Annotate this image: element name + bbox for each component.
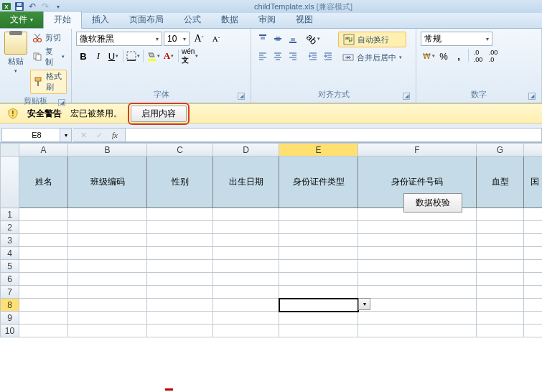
col-header-E[interactable]: E (279, 144, 358, 157)
cell[interactable] (477, 208, 524, 221)
cell[interactable] (477, 325, 524, 337)
cell[interactable] (19, 299, 68, 312)
tab-page-layout[interactable]: 页面布局 (119, 11, 174, 28)
data-header-cell[interactable]: 身份证件类型 (279, 157, 358, 208)
col-header-B[interactable]: B (68, 144, 147, 157)
cell[interactable] (19, 273, 68, 286)
merge-center-button[interactable]: 合并后居中 ▾ (338, 50, 406, 65)
fill-color-button[interactable]: ▾ (146, 49, 161, 63)
format-painter-button[interactable]: 格式刷 (30, 70, 67, 94)
row-header-9[interactable]: 9 (1, 312, 19, 325)
row-header-4[interactable]: 4 (1, 247, 19, 260)
col-header-G[interactable]: G (477, 144, 524, 157)
cell[interactable] (68, 299, 147, 312)
orientation-button[interactable]: ab▾ (306, 32, 321, 46)
cell[interactable] (213, 312, 279, 325)
cell[interactable] (19, 260, 68, 273)
cell[interactable] (477, 221, 524, 234)
col-header-D[interactable]: D (213, 144, 279, 157)
underline-button[interactable]: U▾ (106, 49, 121, 63)
cell[interactable] (477, 312, 524, 325)
fx-icon[interactable]: fx (109, 129, 121, 141)
grow-font-button[interactable]: Aˆ (191, 32, 207, 46)
undo-icon[interactable]: ↶ (27, 1, 37, 11)
cell[interactable]: ▾ (279, 299, 358, 312)
cell[interactable] (477, 234, 524, 247)
align-middle-button[interactable] (271, 32, 285, 46)
cell[interactable] (213, 286, 279, 299)
cell[interactable] (477, 247, 524, 260)
cell[interactable] (279, 325, 358, 337)
cell[interactable] (358, 247, 477, 260)
cell[interactable] (68, 234, 147, 247)
cell[interactable] (524, 208, 543, 221)
cancel-icon[interactable]: ✕ (78, 129, 89, 141)
redo-icon[interactable]: ↷ (40, 1, 50, 11)
cut-button[interactable]: 剪切 (30, 32, 67, 44)
cell[interactable] (358, 234, 477, 247)
percent-button[interactable]: % (436, 49, 451, 63)
number-format-combo[interactable]: 常规 ▾ (421, 32, 492, 46)
cell[interactable] (68, 208, 147, 221)
cell[interactable] (279, 208, 358, 221)
col-header-F[interactable]: F (358, 144, 477, 157)
cell[interactable] (147, 234, 213, 247)
dialog-launcher-icon[interactable]: ◢ (403, 93, 410, 100)
cell[interactable] (279, 286, 358, 299)
validate-data-button[interactable]: 数据校验 (403, 193, 462, 213)
data-header-cell[interactable]: 血型 (477, 157, 524, 208)
cell[interactable] (147, 299, 213, 312)
cell[interactable] (279, 221, 358, 234)
row-header-10[interactable]: 10 (1, 325, 19, 337)
data-header-cell[interactable]: 性别 (147, 157, 213, 208)
font-size-combo[interactable]: 10 ▾ (164, 32, 190, 46)
tab-data[interactable]: 数据 (211, 11, 248, 28)
align-top-button[interactable] (256, 32, 270, 46)
cell[interactable] (19, 325, 68, 337)
cell[interactable] (279, 234, 358, 247)
tab-home[interactable]: 开始 (43, 11, 82, 29)
dialog-launcher-icon[interactable]: ◢ (528, 93, 536, 100)
cell[interactable] (213, 208, 279, 221)
cell[interactable] (213, 260, 279, 273)
cell[interactable] (213, 247, 279, 260)
cell[interactable] (68, 312, 147, 325)
align-center-button[interactable] (271, 49, 285, 63)
cell[interactable] (358, 299, 477, 312)
cell[interactable] (477, 273, 524, 286)
row-header-2[interactable]: 2 (1, 221, 19, 234)
font-color-button[interactable]: A ▾ (162, 49, 176, 63)
cell[interactable] (147, 208, 213, 221)
cell[interactable] (524, 221, 543, 234)
cell[interactable] (68, 260, 147, 273)
tab-review[interactable]: 审阅 (248, 11, 286, 28)
data-header-cell[interactable]: 班级编码 (68, 157, 147, 208)
cell[interactable] (279, 312, 358, 325)
cell[interactable] (19, 208, 68, 221)
cell[interactable] (147, 260, 213, 273)
row-header-5[interactable]: 5 (1, 260, 19, 273)
name-box[interactable]: E8 ▾ (1, 128, 72, 142)
select-all-corner[interactable] (1, 144, 19, 157)
align-bottom-button[interactable] (286, 32, 300, 46)
cell[interactable] (477, 260, 524, 273)
cell[interactable] (524, 312, 543, 325)
cell[interactable] (147, 286, 213, 299)
align-right-button[interactable] (286, 49, 300, 63)
cell[interactable] (358, 273, 477, 286)
increase-decimal-button[interactable]: .0.00 (471, 49, 485, 63)
save-icon[interactable] (14, 1, 24, 11)
cell[interactable] (358, 286, 477, 299)
cell[interactable] (147, 221, 213, 234)
tab-view[interactable]: 视图 (286, 11, 323, 28)
italic-button[interactable]: I (91, 49, 106, 63)
formula-input[interactable] (126, 128, 542, 142)
cell[interactable] (19, 221, 68, 234)
cell[interactable] (524, 286, 543, 299)
bold-button[interactable]: B (76, 49, 90, 63)
data-header-cell[interactable]: 出生日期 (213, 157, 279, 208)
row-header-blank[interactable] (1, 157, 19, 208)
cell[interactable] (19, 286, 68, 299)
col-header-A[interactable]: A (19, 144, 68, 157)
row-header-6[interactable]: 6 (1, 273, 19, 286)
